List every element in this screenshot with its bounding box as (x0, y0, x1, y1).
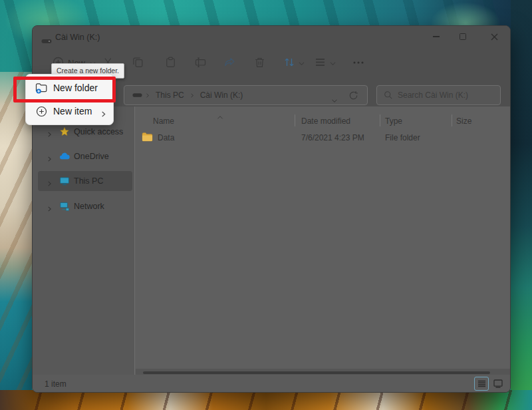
menu-item-new-folder[interactable]: New folder (28, 77, 112, 101)
chevron-right-icon[interactable] (47, 153, 52, 165)
file-list-pane (134, 106, 511, 375)
search-input[interactable] (398, 91, 497, 100)
breadcrumb-chevron-icon (190, 93, 194, 99)
sidebar-item-label: This PC (74, 176, 103, 186)
item-count: 1 item (45, 379, 66, 389)
maximize-icon (460, 33, 466, 40)
sidebar-item-this-pc[interactable]: This PC (37, 171, 133, 191)
sort-ascending-caret-icon (217, 110, 223, 122)
new-folder-icon (35, 83, 48, 97)
column-header-name[interactable]: Name (153, 116, 174, 126)
rename-icon (195, 57, 206, 68)
cloud-icon (59, 151, 70, 164)
sort-button[interactable] (283, 57, 295, 68)
file-type: File folder (385, 133, 420, 142)
sidebar-item-label: Quick access (74, 127, 123, 136)
drive-icon (132, 93, 142, 98)
wallpaper-right (511, 0, 532, 410)
status-bar: 1 item (33, 375, 510, 393)
view-chevron-down-icon (330, 61, 336, 66)
details-view-icon (477, 380, 486, 387)
menu-item-new-item[interactable]: New item (28, 101, 112, 123)
column-divider[interactable] (380, 114, 380, 126)
chevron-right-icon[interactable] (47, 203, 52, 215)
menu-item-label: New folder (53, 83, 98, 93)
column-header-size[interactable]: Size (456, 116, 471, 126)
maximize-button[interactable] (450, 26, 476, 47)
star-icon (59, 126, 70, 140)
refresh-button[interactable] (348, 91, 358, 103)
large-icons-view-button[interactable] (491, 377, 504, 390)
breadcrumb-chevron-icon (146, 93, 150, 99)
close-icon (491, 33, 498, 41)
window-title: Cài Win (K:) (55, 33, 100, 42)
paste-button[interactable] (165, 57, 176, 68)
delete-button[interactable] (254, 57, 265, 68)
sort-chevron-down-icon (299, 61, 305, 66)
sort-arrows-icon (283, 57, 295, 68)
column-header-date-modified[interactable]: Date modified (301, 116, 350, 126)
rename-button[interactable] (195, 57, 206, 68)
monitor-icon (59, 176, 70, 189)
view-list-icon (315, 57, 326, 67)
sidebar-item-network[interactable]: Network (37, 196, 133, 216)
share-button[interactable] (224, 57, 235, 68)
menu-item-label: New item (53, 106, 92, 116)
sidebar-item-label: Network (74, 202, 104, 211)
refresh-icon (348, 91, 358, 101)
address-bar[interactable]: This PC Cài Win (K:) (124, 85, 368, 105)
details-view-button[interactable] (474, 377, 489, 391)
search-container[interactable] (376, 85, 501, 105)
ellipsis-icon (352, 58, 365, 67)
clipboard-icon (165, 57, 176, 68)
copy-button[interactable] (132, 57, 144, 68)
plus-circle-icon (36, 106, 47, 120)
close-button[interactable] (481, 26, 507, 47)
column-divider[interactable] (452, 114, 452, 126)
chevron-right-icon[interactable] (47, 178, 52, 190)
column-header-type[interactable]: Type (385, 116, 402, 126)
more-button[interactable] (352, 58, 363, 69)
large-icons-view-icon (493, 379, 503, 388)
submenu-chevron-right-icon (101, 108, 106, 120)
breadcrumb-drive[interactable]: Cài Win (K:) (200, 91, 243, 100)
column-divider[interactable] (295, 114, 295, 126)
minimize-button[interactable] (423, 26, 450, 47)
scrollbar-thumb[interactable] (143, 371, 490, 374)
trash-icon (254, 57, 265, 68)
address-chevron-down-icon[interactable] (331, 94, 338, 106)
breadcrumb-this-pc[interactable]: This PC (156, 91, 184, 100)
network-icon (59, 201, 70, 214)
file-name: Data (158, 133, 174, 142)
share-icon (224, 57, 235, 68)
minimize-icon (433, 36, 440, 37)
drive-icon (41, 35, 52, 47)
new-dropdown-menu: New folder New item (25, 74, 114, 125)
sidebar-item-onedrive[interactable]: OneDrive (37, 146, 133, 166)
copy-icon (132, 57, 144, 68)
chevron-right-icon[interactable] (47, 128, 52, 140)
view-button[interactable] (315, 57, 326, 69)
search-icon (384, 91, 393, 100)
folder-icon (142, 132, 153, 144)
file-date-modified: 7/6/2021 4:23 PM (301, 133, 364, 142)
wallpaper-bottom (0, 390, 532, 410)
sidebar-item-label: OneDrive (74, 152, 109, 161)
